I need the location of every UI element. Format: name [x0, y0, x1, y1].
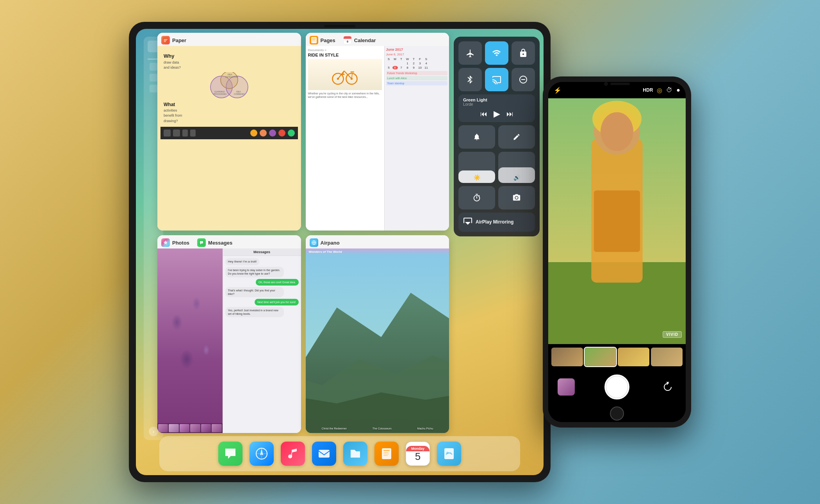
sidebar-expand-button[interactable]: ›	[149, 427, 158, 436]
filter-thumb-4[interactable]	[651, 348, 683, 366]
cc-next-btn[interactable]: ⏭	[506, 110, 513, 118]
dock-travelbook-icon[interactable]	[437, 442, 461, 466]
calendar-event-1: Future Trends Workshop	[386, 71, 448, 75]
svg-rect-1	[164, 39, 168, 40]
timer-button[interactable]: ⏱	[666, 87, 672, 94]
calendar-month-header: June 2017	[386, 48, 448, 51]
cc-bluetooth-btn[interactable]	[458, 68, 482, 91]
cc-airplane-btn[interactable]	[458, 41, 482, 65]
camera-preview-svg	[548, 98, 686, 344]
paper-card[interactable]: Paper Why draw data and ideas?	[157, 33, 301, 231]
filter-button[interactable]: ●	[676, 87, 680, 94]
pages-app-icon	[310, 36, 318, 44]
cc-do-not-disturb-btn[interactable]	[512, 68, 535, 91]
paper-sketch-benefit: benefit from	[164, 113, 295, 119]
svg-rect-3	[164, 41, 166, 42]
mountain-svg	[306, 248, 449, 433]
cc-airplay-mirroring[interactable]: AirPlay Mirroring	[458, 213, 535, 232]
dock-files-icon[interactable]	[343, 442, 367, 466]
control-center: Green Light Lorde ⏮ ▶ ⏭	[454, 37, 540, 236]
filter-thumb-2[interactable]	[585, 348, 616, 366]
iphone-screen: ⚡ HDR ◎ ⏱ ●	[548, 82, 686, 422]
messages-card-title: Messages	[208, 240, 232, 246]
svg-rect-20	[344, 38, 351, 39]
camera-flip-button[interactable]	[659, 378, 676, 396]
paper-tool-1[interactable]	[164, 130, 171, 137]
paper-tool-3[interactable]	[182, 130, 188, 137]
paper-tool-2[interactable]	[173, 130, 180, 137]
dock-messages-icon[interactable]	[218, 442, 242, 466]
dock-safari-icon[interactable]	[250, 442, 274, 466]
iphone-camera-controls	[548, 369, 686, 405]
pages-doc-headline: RIDE IN STYLE	[308, 53, 382, 57]
cc-airplay-cast-btn[interactable]	[485, 68, 508, 91]
svg-rect-51	[383, 454, 389, 454]
sidebar-item[interactable]	[150, 74, 157, 82]
cc-screen-lock-btn[interactable]	[512, 41, 535, 65]
paper-card-header: Paper	[157, 33, 301, 46]
cc-volume-slider[interactable]: 🔊	[498, 152, 535, 183]
cc-prev-btn[interactable]: ⏮	[480, 110, 487, 118]
messages-app-icon	[197, 238, 206, 247]
cc-timer-btn[interactable]	[458, 186, 495, 209]
airpano-place-labels: Christ the Redeemer The Colosseum Machu …	[306, 427, 449, 430]
paper-card-title: Paper	[172, 37, 186, 43]
photo-thumb-1[interactable]	[158, 424, 168, 432]
paper-color-orange[interactable]	[260, 130, 267, 137]
shutter-button[interactable]	[604, 374, 629, 399]
sidebar-item[interactable]	[150, 85, 157, 92]
flash-button[interactable]: ⚡	[554, 87, 562, 94]
hdr-button[interactable]: HDR	[643, 87, 653, 93]
dock-pages-icon[interactable]	[374, 442, 399, 466]
photo-thumb-6[interactable]	[212, 424, 221, 432]
cc-edit-note-btn[interactable]	[498, 125, 535, 149]
pages-calendar-card[interactable]: Pages 6 Calendar Documents > RIDE IN	[306, 33, 449, 231]
airpano-card[interactable]: Airpano Wonders of The World	[306, 235, 449, 433]
svg-text:COMMUNIC.: COMMUNIC.	[234, 93, 245, 95]
ipad-dock: Monday 5	[159, 436, 520, 471]
airpano-subtitle: Wonders of The World	[306, 248, 449, 255]
bike-illustration	[331, 63, 358, 86]
cc-play-btn[interactable]: ▶	[494, 109, 500, 119]
photo-library-thumb[interactable]	[558, 378, 575, 396]
pages-calendar-body: Documents > RIDE IN STYLE	[306, 46, 449, 231]
filter-thumb-1[interactable]	[551, 348, 583, 366]
photo-thumb-2[interactable]	[169, 424, 178, 432]
cc-wifi-btn[interactable]	[485, 41, 508, 65]
airplay-mirroring-icon	[463, 217, 472, 228]
cc-airplay-text: AirPlay Mirroring	[476, 219, 513, 225]
dock-mail-icon[interactable]	[312, 442, 336, 466]
paper-tool-4[interactable]	[190, 130, 196, 137]
paper-color-green[interactable]	[288, 130, 295, 137]
pages-doc-text: Whether you're cycling in the city or so…	[308, 92, 382, 99]
cc-camera-btn[interactable]	[498, 186, 535, 209]
paper-color-red[interactable]	[278, 130, 285, 137]
sidebar-item[interactable]	[150, 63, 157, 71]
airpano-label-3: Machu Pichu	[417, 427, 433, 430]
dock-music-icon[interactable]	[281, 442, 305, 466]
iphone-home-button[interactable]	[610, 406, 624, 421]
paper-color-purple[interactable]	[269, 130, 276, 137]
calendar-card-title: Calendar	[354, 37, 376, 43]
iphone-notch	[604, 82, 630, 86]
photo-thumb-5[interactable]	[201, 424, 211, 432]
cc-brightness-slider[interactable]: ☀️	[458, 152, 495, 183]
svg-rect-2	[164, 40, 167, 41]
photos-messages-body: Messages Hey there! I'm a troll! I've be…	[157, 248, 301, 433]
camera-flip-icon	[662, 381, 674, 393]
photos-messages-card[interactable]: Photos Messages	[157, 235, 301, 433]
svg-text:GENERATION: GENERATION	[225, 76, 238, 78]
pages-bike-image	[308, 59, 382, 90]
cc-row-3	[458, 125, 535, 149]
filter-thumb-3[interactable]	[618, 348, 649, 366]
dock-calendar-icon[interactable]: Monday 5	[406, 442, 430, 466]
paper-color-yellow[interactable]	[250, 130, 257, 137]
photo-thumb-4[interactable]	[190, 424, 200, 432]
live-photo-btn[interactable]: ◎	[657, 87, 662, 94]
cc-notification-btn[interactable]	[458, 125, 495, 149]
svg-line-31	[352, 73, 353, 79]
photo-thumb-3[interactable]	[180, 424, 189, 432]
svg-rect-16	[312, 40, 315, 40]
svg-point-61	[601, 112, 633, 151]
iphone-filter-strip	[548, 344, 686, 369]
